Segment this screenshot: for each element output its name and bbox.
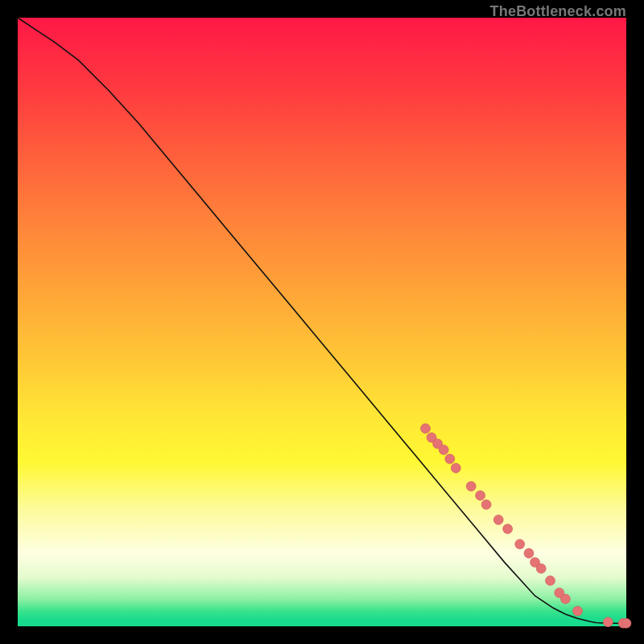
data-marker [476, 491, 485, 501]
data-marker [515, 539, 525, 549]
data-marker [603, 617, 613, 627]
data-marker [524, 548, 534, 558]
data-marker [421, 423, 431, 433]
data-marker [481, 500, 491, 510]
data-marker [451, 463, 460, 473]
data-marker [503, 524, 513, 534]
chart-frame: TheBottleneck.com [0, 0, 644, 644]
data-marker [546, 576, 555, 585]
data-marker [493, 515, 503, 525]
data-markers [421, 423, 632, 628]
data-marker [573, 606, 583, 616]
data-marker [560, 594, 570, 604]
data-marker [466, 481, 476, 491]
data-marker [621, 618, 631, 628]
curve-path [18, 18, 626, 623]
data-marker [536, 564, 546, 573]
data-line [18, 18, 626, 623]
data-marker [445, 454, 455, 464]
data-marker [439, 445, 448, 455]
chart-overlay [18, 18, 626, 626]
